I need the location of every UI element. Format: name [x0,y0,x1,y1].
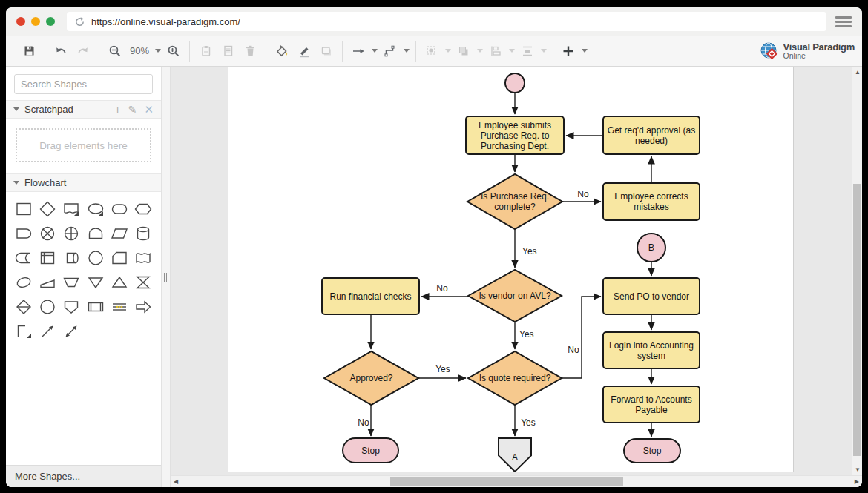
more-shapes-button[interactable]: More Shapes... [6,465,161,487]
canvas-area: Employee submitsPurchase Req. toPurchasi… [171,67,862,487]
node-label: Stop [361,446,380,456]
palette-shape-merge-triangle[interactable] [84,271,108,294]
undo-button[interactable] [51,42,70,61]
collapse-arrow-icon[interactable] [13,181,19,185]
palette-shape-paper-tape[interactable] [131,247,155,269]
connector-arrow-icon[interactable] [349,42,368,61]
vertical-scrollbar[interactable]: ▲ ▼ [852,67,862,475]
palette-shape-rectangle[interactable] [12,198,36,220]
palette-shape-parallelogram[interactable] [108,222,131,245]
minimize-window-button[interactable] [31,17,40,26]
zoom-level-value[interactable]: 90% [128,45,151,56]
reload-icon[interactable] [74,16,85,27]
palette-shape-sort[interactable] [12,296,36,318]
scroll-left-arrow[interactable]: ◀ [174,479,178,485]
zoom-dropdown-caret[interactable] [155,49,161,53]
flowchart-section-header[interactable]: Flowchart [6,173,161,192]
delete-icon[interactable] [240,42,260,61]
selection-icon[interactable] [422,42,441,61]
palette-shape-direct-access-storage[interactable] [59,247,83,269]
fill-color-icon[interactable] [272,42,292,61]
window-controls [16,17,55,26]
zoom-out-button[interactable] [105,42,125,61]
palette-shape-connector-circle[interactable] [84,247,108,269]
redo-button[interactable] [73,42,93,61]
zoom-in-button[interactable] [164,42,183,61]
close-window-button[interactable] [16,17,25,26]
palette-shape-card[interactable] [108,247,131,269]
scratchpad-section-header[interactable]: Scratchpad + ✎ ✕ [6,100,161,119]
diagram-canvas[interactable]: Employee submitsPurchase Req. toPurchasi… [171,67,852,475]
palette-shape-or-junction[interactable] [36,222,59,245]
search-shapes-box[interactable] [14,74,153,94]
node-label: Is quote required? [479,373,551,383]
horizontal-scrollbar-thumb[interactable] [390,477,623,486]
connector-elbow-icon[interactable] [381,42,400,61]
palette-shape-corner-bracket[interactable] [12,320,36,343]
align-caret[interactable] [509,49,515,53]
palette-shape-trapezoid[interactable] [59,271,83,294]
align-icon[interactable] [486,42,505,61]
palette-shape-diamond[interactable] [36,198,59,220]
insert-shape-icon[interactable] [559,42,578,61]
maximize-window-button[interactable] [46,17,55,26]
collapse-arrow-icon[interactable] [13,107,19,111]
line-color-icon[interactable] [295,42,314,61]
palette-shape-display[interactable] [59,296,83,318]
url-text[interactable]: https://online.visual-paradigm.com/ [91,16,240,27]
menu-icon[interactable] [835,14,852,30]
palette-shape-teardrop[interactable] [12,271,36,294]
node-label: A [512,452,518,463]
scratchpad-add-icon[interactable]: + [115,105,121,115]
palette-shape-ellipse[interactable] [84,198,108,220]
sidebar-resize-divider[interactable] [162,67,171,487]
note-icon[interactable] [218,42,237,61]
node-start[interactable] [505,73,525,93]
palette-shape-hexagon[interactable] [131,198,155,220]
palette-shape-predefined-process[interactable] [84,296,108,318]
horizontal-scrollbar[interactable]: ◀ ▶ [171,475,862,487]
node-label: Send PO to vendor [614,291,689,302]
flow-edge-12[interactable] [562,297,601,378]
scratchpad-close-icon[interactable]: ✕ [144,104,154,115]
group-icon[interactable] [454,42,473,61]
insert-shape-caret[interactable] [582,49,588,53]
scroll-right-arrow[interactable]: ▶ [855,479,859,485]
scroll-down-arrow[interactable]: ▼ [855,467,861,473]
paste-icon[interactable] [196,42,215,61]
scroll-up-arrow[interactable]: ▲ [855,70,861,76]
search-shapes-input[interactable] [21,79,151,90]
palette-shape-document[interactable] [59,198,83,220]
sidebar-collapse-handle[interactable] [164,273,167,282]
palette-shape-extract-triangle[interactable] [108,271,131,294]
group-caret[interactable] [477,49,483,53]
shape-style-icon[interactable] [317,42,336,61]
palette-shape-circle[interactable] [36,296,59,318]
scratchpad-dropzone[interactable]: Drag elements here [16,128,151,162]
address-bar[interactable]: https://online.visual-paradigm.com/ [67,12,826,31]
distribute-caret[interactable] [541,49,547,53]
palette-shape-block-arrow[interactable] [131,296,155,318]
palette-shape-line-arrow[interactable] [36,320,59,343]
palette-shape-summing-junction[interactable] [59,222,83,245]
palette-shape-terminator[interactable] [108,198,131,220]
palette-shape-stored-data[interactable] [12,247,36,269]
node-label: Employee submitsPurchase Req. toPurchasi… [479,120,551,151]
palette-shape-arch[interactable] [84,222,108,245]
distribute-icon[interactable] [518,42,537,61]
palette-shape-database[interactable] [131,222,155,245]
selection-caret[interactable] [445,49,451,53]
palette-shape-collate[interactable] [131,271,155,294]
connector-elbow-caret[interactable] [404,49,410,53]
palette-shape-manual-operation-slant[interactable] [36,271,59,294]
save-button[interactable] [19,42,39,61]
scratchpad-edit-icon[interactable]: ✎ [128,105,137,115]
palette-shape-double-arrow[interactable] [59,320,83,343]
edge-label: No [568,345,579,355]
palette-shape-delay[interactable] [12,222,36,245]
edge-label: Yes [519,329,534,340]
connector-arrow-caret[interactable] [372,49,378,53]
palette-shape-transmission-tape[interactable] [108,296,131,318]
vertical-scrollbar-thumb[interactable] [853,184,861,456]
palette-shape-internal-storage[interactable] [36,247,59,269]
